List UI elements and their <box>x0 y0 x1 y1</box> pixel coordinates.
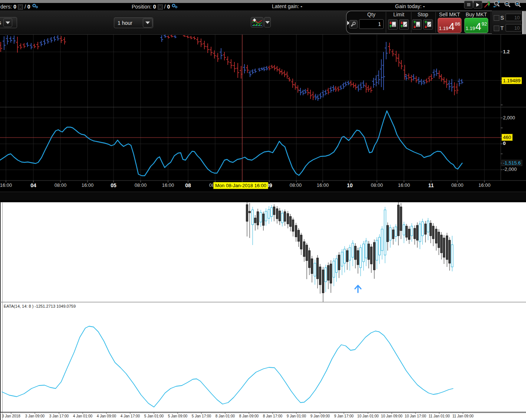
chart-play-button[interactable] <box>473 1 482 9</box>
stop-loss-input[interactable] <box>506 14 522 21</box>
timeframe-select[interactable]: 1 hour <box>114 17 153 28</box>
buy-price-small: 1.19 <box>466 26 475 31</box>
panel-separator <box>435 12 436 33</box>
mt-time-axis-label: 9 Jan 17:00 <box>334 414 354 418</box>
qty-input[interactable] <box>359 19 384 29</box>
play-icon <box>476 3 480 7</box>
buy-header: Buy MKT <box>464 11 488 18</box>
add-chart-dropdown[interactable] <box>264 17 271 27</box>
orders-open-count: 0 <box>13 4 16 10</box>
mt-chart-background <box>0 202 526 420</box>
timeframe-value: 1 hour <box>118 20 143 26</box>
osc-axis-tick-zero: 0 <box>503 140 506 146</box>
take-profit-input[interactable] <box>506 24 522 32</box>
chevron-down-icon <box>6 22 10 24</box>
mt-time-axis-label: 8 Jan 01:00 <box>216 414 235 418</box>
limit-header: Limit <box>387 11 410 18</box>
timeframe-arrow[interactable] <box>143 18 152 27</box>
sell-market-button[interactable]: 1.19486 <box>438 18 461 33</box>
take-profit-checkbox[interactable] <box>494 26 499 31</box>
zoom-in-button[interactable] <box>513 0 522 8</box>
zoom-fit-icon <box>493 0 501 8</box>
time-axis-label: 05 <box>111 182 116 188</box>
chevron-down-icon <box>265 21 270 24</box>
time-axis-label: 16:00 <box>398 182 410 188</box>
mt-time-axis-label: 8 Jan 09:00 <box>239 414 259 418</box>
window-top-edge <box>0 0 526 3</box>
zoom-out-button[interactable] <box>503 0 512 8</box>
mt-time-axis-label: 8 Jan 17:00 <box>263 414 282 418</box>
candle-edit-icon <box>484 1 491 8</box>
time-axis-label: 08:00 <box>451 182 464 188</box>
time-axis-label: 10 <box>347 182 353 188</box>
time-axis-label: 16:00 <box>0 182 12 188</box>
position-settings-icon[interactable] <box>171 3 178 10</box>
scrollbar[interactable] <box>522 11 526 34</box>
position-slash: / <box>164 4 166 10</box>
panel-separator <box>491 12 491 33</box>
stop-header: Stop <box>412 11 434 18</box>
orders-grid-icon[interactable] <box>18 4 23 10</box>
units-dropdown[interactable]: its <box>0 17 17 28</box>
wrench-icon <box>351 22 356 27</box>
time-axis-label: 04 <box>30 182 36 188</box>
add-chart-button[interactable] <box>251 17 263 27</box>
position-grid-icon[interactable] <box>158 4 163 10</box>
latent-gain-status: Latent gain: - <box>272 3 302 9</box>
mt-time-axis-label: 3 Jan 17:00 <box>49 414 69 418</box>
stop-loss-checkbox[interactable] <box>494 15 499 21</box>
mt-time-axis-label: 3 Jan 09:00 <box>25 414 45 418</box>
mt-time-axis-label: 10 Jan 17:00 <box>405 414 426 418</box>
mt-time-axis-label: 9 Jan 09:00 <box>310 414 330 418</box>
mt-time-axis-label: 4 Jan 01:00 <box>73 414 92 418</box>
gain-today-status: Gain today: - <box>395 3 425 9</box>
zoom-in-icon <box>514 1 522 8</box>
mt-time-axis-label: 10 Jan 01:00 <box>357 414 379 418</box>
time-axis-label: 11 <box>428 182 434 188</box>
position-label: Position: <box>132 4 152 10</box>
chart-menu-button[interactable] <box>464 1 473 9</box>
chart-style-button[interactable] <box>483 0 492 8</box>
qty-header: Qty <box>359 11 384 18</box>
indicator-label: EATA(14, 14: 8 ) -1251.2713 1049.0759 <box>4 304 76 308</box>
buy-market-button[interactable]: 1.19492 <box>464 18 488 33</box>
stop-order-edit-icon <box>424 21 432 28</box>
units-dropdown-arrow[interactable] <box>3 18 12 27</box>
buy-stop-order-button[interactable] <box>423 19 433 30</box>
panel-separator <box>411 12 411 33</box>
chart-toolbar <box>0 192 526 201</box>
mini-chart-icon <box>252 18 262 26</box>
chart-background <box>0 34 526 191</box>
sell-price-big: 4 <box>449 22 455 31</box>
mt-time-axis-label: 3 Jan 2018 <box>2 414 20 418</box>
mt-time-axis-label: 11 Jan 09:00 <box>452 414 473 418</box>
gain-today-value: - <box>423 3 425 9</box>
status-bar: ders: 0 / 0 Position: 0 / 0 Latent gain:… <box>0 3 526 10</box>
buy-price-big: 4 <box>476 22 481 31</box>
mt-time-axis-label: 5 Jan 09:00 <box>168 414 187 418</box>
position-pending-count: 0 <box>167 4 170 10</box>
osc-value-label: -1,515.6 <box>502 160 522 166</box>
sell-price-pips: 86 <box>455 22 460 26</box>
position-open-count: 0 <box>153 4 156 10</box>
time-axis-label: 16:00 <box>479 182 491 188</box>
sell-limit-order-button[interactable] <box>388 19 398 30</box>
orders-pending-count: 0 <box>27 4 30 10</box>
take-profit-label: T <box>500 25 504 31</box>
mt-time-axis-label: 4 Jan 17:00 <box>121 414 140 418</box>
crosshair-value-badge: 460 <box>502 134 513 141</box>
mt-time-axis-label: 4 Jan 09:00 <box>97 414 116 418</box>
buy-limit-order-button[interactable] <box>399 19 409 30</box>
gain-today-label: Gain today: <box>395 3 422 9</box>
osc-axis-tick-neg2000: -2,000 <box>503 166 517 172</box>
mt-time-axis-label: 11 Jan 01:00 <box>428 414 450 418</box>
time-axis-label: 08:00 <box>135 182 147 188</box>
position-status: Position: 0 / 0 <box>132 3 178 10</box>
zoom-fit-button[interactable] <box>493 0 501 8</box>
sell-price-small: 1.19 <box>439 26 448 31</box>
sell-stop-order-button[interactable] <box>412 19 422 30</box>
order-settings-button[interactable] <box>349 20 358 29</box>
stop-order-icon <box>413 21 421 28</box>
buy-price-pips: 92 <box>481 22 487 26</box>
orders-settings-icon[interactable] <box>32 3 38 10</box>
